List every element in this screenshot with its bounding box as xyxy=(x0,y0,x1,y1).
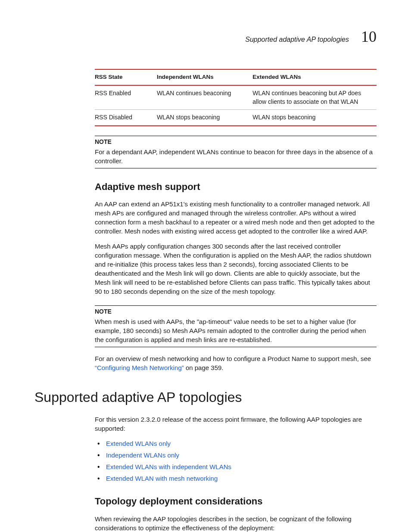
heading-adaptive-mesh: Adaptive mesh support xyxy=(95,180,377,194)
rss-state-table: RSS State Independent WLANs Extended WLA… xyxy=(95,69,377,126)
table-row: RSS Disabled WLAN stops beaconing WLAN s… xyxy=(95,110,377,126)
bullet-link-3[interactable]: Extended WLAN with mesh networking xyxy=(106,475,218,482)
list-item: Extended WLAN with mesh networking xyxy=(95,474,377,483)
list-item: Independent WLANs only xyxy=(95,451,377,460)
table-row: RSS Enabled WLAN continues beaconing WLA… xyxy=(95,85,377,110)
heading-topology-considerations: Topology deployment considerations xyxy=(95,495,377,508)
chapter-number: 10 xyxy=(361,26,377,47)
note-block-2: NOTE When mesh is used with AAPs, the "a… xyxy=(95,305,377,347)
table-header-col0: RSS State xyxy=(95,69,157,85)
table-cell: WLAN stops beaconing xyxy=(252,110,377,126)
running-header: Supported adaptive AP topologies 10 xyxy=(34,26,377,47)
list-item: Extended WLANs only xyxy=(95,439,377,448)
list-item: Extended WLANs with independent WLANs xyxy=(95,462,377,471)
table-cell: WLAN continues beaconing but AP does all… xyxy=(252,85,377,110)
running-header-title: Supported adaptive AP topologies xyxy=(245,35,349,44)
paragraph: An AAP can extend an AP51x1's existing m… xyxy=(95,199,377,236)
table-cell: RSS Disabled xyxy=(95,110,157,126)
heading-supported-topologies: Supported adaptive AP topologies xyxy=(34,388,377,407)
crossref-pre: For an overview of mesh networking and h… xyxy=(95,355,371,362)
bullet-link-0[interactable]: Extended WLANs only xyxy=(106,440,171,447)
note-block-1: NOTE For a dependant AAP, independent WL… xyxy=(95,136,377,168)
topology-list: Extended WLANs only Independent WLANs on… xyxy=(95,439,377,483)
note-body: When mesh is used with AAPs, the "ap-tim… xyxy=(95,317,377,344)
crossref-post: on page 359. xyxy=(184,364,224,371)
bullet-link-2[interactable]: Extended WLANs with independent WLANs xyxy=(106,463,231,470)
table-cell: RSS Enabled xyxy=(95,85,157,110)
paragraph-intro: For this version 2.3.2.0 release of the … xyxy=(95,415,377,433)
paragraph-crossref: For an overview of mesh networking and h… xyxy=(95,354,377,372)
paragraph: Mesh AAPs apply configuration changes 30… xyxy=(95,242,377,296)
paragraph: When reviewing the AAP topologies descri… xyxy=(95,514,377,532)
note-body: For a dependant AAP, independent WLANs c… xyxy=(95,147,377,165)
note-label: NOTE xyxy=(95,308,377,316)
crossref-link[interactable]: “Configuring Mesh Networking” xyxy=(95,364,184,371)
table-cell: WLAN stops beaconing xyxy=(157,110,252,126)
table-cell: WLAN continues beaconing xyxy=(157,85,252,110)
table-header-col2: Extended WLANs xyxy=(252,69,377,85)
bullet-link-1[interactable]: Independent WLANs only xyxy=(106,451,179,459)
note-label: NOTE xyxy=(95,138,377,146)
table-header-col1: Independent WLANs xyxy=(157,69,252,85)
